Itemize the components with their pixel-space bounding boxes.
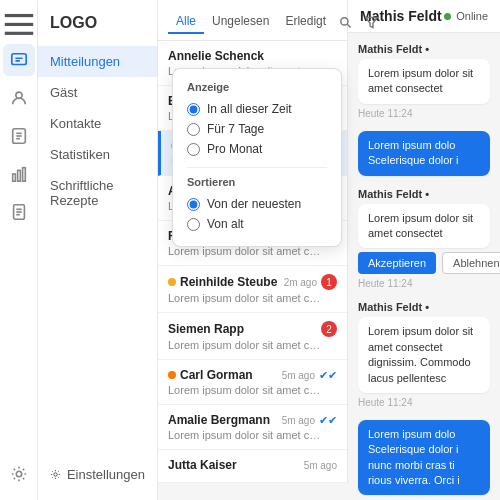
message-time: 5m ago	[282, 415, 315, 426]
message-sender-name: Amalie Bergmann	[168, 413, 270, 427]
chat-message-sender: Mathis Feldt •	[358, 43, 490, 55]
chat-message-row: Lorem ipsum dolo Scelerisque dolor i nun…	[358, 420, 490, 496]
chat-message-row: Lorem ipsum dolor sit amet consectet dig…	[358, 317, 490, 393]
chat-message-block: Lorem ipsum dolo Scelerisque dolor i	[358, 131, 490, 176]
message-sender-name: Carl Gorman	[168, 368, 253, 382]
message-list-item[interactable]: Reinhilde Steube2m ago1Lorem ipsum dolor…	[158, 266, 347, 313]
chat-panel: Mathis Feldt Online Mathis Feldt •Lorem …	[348, 0, 500, 500]
svg-point-18	[340, 17, 347, 24]
anzeige-option[interactable]: Für 7 Tage	[187, 119, 327, 139]
anzeige-option[interactable]: Pro Monat	[187, 139, 327, 159]
chat-message-row: Lorem ipsum dolo Scelerisque dolor i	[358, 131, 490, 176]
message-list-item[interactable]: Carl Gorman5m ago✔✔Lorem ipsum dolor sit…	[158, 360, 347, 405]
message-list-container: AlleUngelesenErledigt Annelie SchenckLor…	[158, 0, 348, 500]
chat-message-bubble: Lorem ipsum dolor sit amet consectet dig…	[358, 317, 490, 393]
logo: LOGO	[38, 10, 157, 46]
chat-message-row: Lorem ipsum dolor sit amet consectet	[358, 59, 490, 104]
guest-nav-icon[interactable]	[3, 82, 35, 114]
svg-point-17	[54, 473, 57, 476]
filter-dropdown: Anzeige In all dieser ZeitFür 7 TagePro …	[172, 68, 342, 247]
chat-message-time: Heute 11:24	[358, 278, 490, 289]
nav-item-gäst[interactable]: Gäst	[38, 77, 157, 108]
message-sender-name: Reinhilde Steube	[168, 275, 277, 289]
message-preview: Lorem ipsum dolor sit amet consectetur. …	[168, 292, 323, 304]
anzeige-option[interactable]: In all dieser Zeit	[187, 99, 327, 119]
chat-message-bubble: Lorem ipsum dolo Scelerisque dolor i	[358, 131, 490, 176]
read-tick: ✔✔	[319, 369, 337, 382]
tab-alle[interactable]: Alle	[168, 10, 204, 34]
chat-messages: Mathis Feldt •Lorem ipsum dolor sit amet…	[348, 33, 500, 500]
message-time: 5m ago	[282, 370, 315, 381]
sortieren-option[interactable]: Von alt	[187, 214, 327, 234]
message-preview: Lorem ipsum dolor sit amet consectetur. …	[168, 384, 323, 396]
stats-nav-icon[interactable]	[3, 158, 35, 190]
svg-rect-10	[17, 170, 20, 181]
icon-sidebar	[0, 0, 38, 500]
svg-rect-3	[11, 54, 25, 65]
filter-button[interactable]	[360, 11, 382, 33]
dropdown-divider	[187, 167, 327, 168]
tab-actions	[334, 11, 382, 33]
tab-ungelesen[interactable]: Ungelesen	[204, 10, 277, 34]
nav-item-schriftlicherezepte[interactable]: Schriftliche Rezepte	[38, 170, 157, 216]
unread-badge: 2	[321, 321, 337, 337]
chat-message-row: Lorem ipsum dolor sit amet consectetAkze…	[358, 204, 490, 275]
sortieren-option[interactable]: Von der neuesten	[187, 194, 327, 214]
message-list-header: AlleUngelesenErledigt	[158, 0, 347, 41]
nav-item-mitteilungen[interactable]: Mitteilungen	[38, 46, 157, 77]
message-tabs: AlleUngelesenErledigt	[168, 10, 337, 34]
decline-button[interactable]: Ablehnen	[442, 252, 500, 274]
message-list-item[interactable]: Amalie Bergmann5m ago✔✔Lorem ipsum dolor…	[158, 405, 347, 450]
unread-badge: 1	[321, 274, 337, 290]
svg-point-16	[16, 471, 21, 476]
tab-erledigt[interactable]: Erledigt	[277, 10, 334, 34]
chat-message-bubble: Lorem ipsum dolo Scelerisque dolor i nun…	[358, 420, 490, 496]
chat-status: Online	[444, 10, 488, 22]
message-sender-name: Jutta Kaiser	[168, 458, 237, 472]
priority-indicator	[168, 278, 176, 286]
message-list-item[interactable]: Jutta Kaiser5m ago	[158, 450, 347, 483]
sortieren-label: Sortieren	[187, 176, 327, 188]
svg-rect-11	[22, 168, 25, 182]
chat-message-block: Mathis Feldt •Lorem ipsum dolor sit amet…	[358, 301, 490, 408]
message-time: 5m ago	[304, 460, 337, 471]
anzeige-label: Anzeige	[187, 81, 327, 93]
message-list-item[interactable]: Siemen Rapp2Lorem ipsum dolor sit amet c…	[158, 313, 347, 360]
messages-nav-icon[interactable]	[3, 44, 35, 76]
message-preview: Lorem ipsum dolor sit amet consectetur. …	[168, 429, 323, 441]
priority-indicator	[168, 371, 176, 379]
chat-message-block: Mathis Feldt •Lorem ipsum dolor sit amet…	[358, 43, 490, 119]
svg-line-19	[347, 24, 350, 27]
nav-item-kontakte[interactable]: Kontakte	[38, 108, 157, 139]
contacts-nav-icon[interactable]	[3, 120, 35, 152]
anzeige-options: In all dieser ZeitFür 7 TagePro Monat	[187, 99, 327, 159]
nav-item-settings[interactable]: Einstellungen	[38, 459, 157, 490]
chat-message-time: Heute 11:24	[358, 108, 490, 119]
nav-panel: LOGO MitteilungenGästKontakteStatistiken…	[38, 0, 158, 500]
chat-message-sender: Mathis Feldt •	[358, 301, 490, 313]
menu-icon[interactable]	[3, 10, 35, 38]
message-time: 2m ago	[284, 277, 317, 288]
online-label: Online	[456, 10, 488, 22]
search-button[interactable]	[334, 11, 356, 33]
message-preview: Lorem ipsum dolor sit amet consectetur. …	[168, 339, 323, 351]
recipes-nav-icon[interactable]	[3, 196, 35, 228]
message-sender-name: Siemen Rapp	[168, 322, 244, 336]
settings-nav-icon[interactable]	[3, 458, 35, 490]
chat-message-bubble: Lorem ipsum dolor sit amet consectet	[358, 59, 490, 104]
online-indicator	[444, 13, 451, 20]
chat-message-block: Lorem ipsum dolo Scelerisque dolor i nun…	[358, 420, 490, 496]
read-tick: ✔✔	[319, 414, 337, 427]
chat-message-sender: Mathis Feldt •	[358, 188, 490, 200]
chat-message-time: Heute 11:24	[358, 397, 490, 408]
svg-marker-20	[365, 17, 377, 27]
nav-item-statistiken[interactable]: Statistiken	[38, 139, 157, 170]
sortieren-options: Von der neuestenVon alt	[187, 194, 327, 234]
message-sender-name: Annelie Schenck	[168, 49, 264, 63]
chat-message-block: Mathis Feldt •Lorem ipsum dolor sit amet…	[358, 188, 490, 290]
nav-settings-label: Einstellungen	[67, 467, 145, 482]
chat-message-bubble: Lorem ipsum dolor sit amet consectet	[358, 204, 490, 249]
accept-button[interactable]: Akzeptieren	[358, 252, 436, 274]
chat-action-buttons: AkzeptierenAblehnen	[358, 252, 490, 274]
svg-rect-9	[12, 174, 15, 181]
